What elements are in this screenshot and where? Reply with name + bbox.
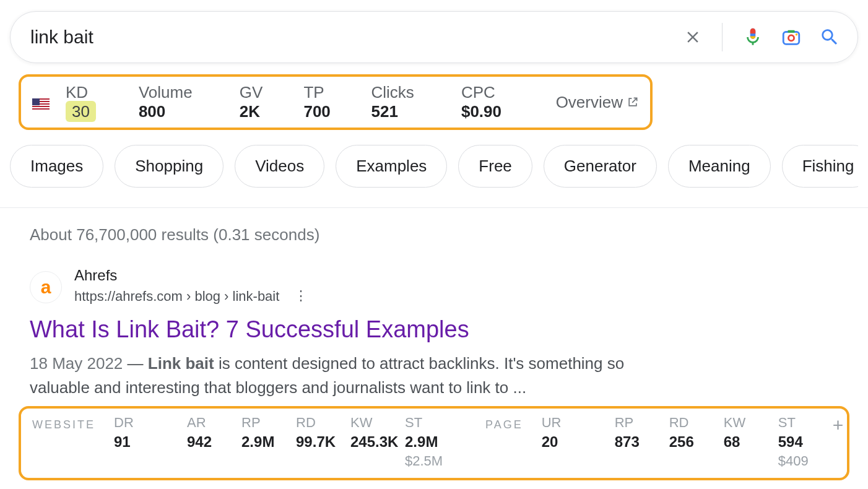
search-icon[interactable] [819,27,840,48]
kw-website-metric: KW 245.3K [350,415,386,451]
st-page-sub: $409 [778,453,814,469]
rp-page-value: 873 [615,433,651,451]
rp-page-metric: RP 873 [615,415,651,451]
seo-metrics-toolbar: KD 30 Volume 800 GV 2K TP 700 Clicks 521… [19,74,653,130]
kw-website-value: 245.3K [350,433,386,451]
rp-page-label: RP [615,415,651,431]
kw-page-value: 68 [724,433,760,451]
gv-value: 2K [240,102,260,121]
chip-meaning[interactable]: Meaning [668,145,771,188]
overview-label: Overview [556,93,623,112]
st-website-sub: $2.5M [405,453,441,469]
svg-rect-9 [32,110,50,111]
gv-label: GV [240,83,263,102]
country-flag-icon[interactable] [32,96,50,108]
volume-value: 800 [139,102,165,121]
clicks-value: 521 [371,102,397,121]
overview-link[interactable]: Overview [556,93,639,112]
kd-label: KD [66,83,88,102]
st-website-label: ST [405,415,441,431]
svg-rect-10 [32,98,40,105]
results-count: About 76,700,000 results (0.31 seconds) [30,225,868,244]
clicks-label: Clicks [371,83,414,102]
kd-metric: KD 30 [66,83,123,121]
tp-value: 700 [303,102,330,121]
ur-value: 20 [542,433,578,451]
rp-website-value: 2.9M [241,433,277,451]
result-site-name: Ahrefs [74,267,311,284]
result-header: a Ahrefs https://ahrefs.com › blog › lin… [30,267,868,308]
image-search-icon[interactable] [781,27,802,48]
result-snippet: 18 May 2022 — Link bait is content desig… [30,352,661,400]
svg-rect-3 [788,30,794,33]
rd-website-label: RD [296,415,332,431]
gv-metric: GV 2K [240,83,288,121]
tp-metric: TP 700 [303,83,355,121]
cpc-metric: CPC $0.90 [461,83,540,121]
chip-shopping[interactable]: Shopping [115,145,224,188]
page-section-label: PAGE [485,415,523,431]
cpc-value: $0.90 [461,102,501,121]
divider [0,207,868,208]
svg-rect-8 [32,107,50,108]
kw-website-label: KW [350,415,386,431]
rp-website-metric: RP 2.9M [241,415,277,451]
dr-metric: DR 91 [114,415,150,451]
volume-metric: Volume 800 [139,83,224,121]
site-favicon: a [30,271,62,303]
ur-metric: UR 20 [542,415,578,451]
chip-examples[interactable]: Examples [336,145,447,188]
result-url[interactable]: https://ahrefs.com › blog › link-bait [74,288,279,305]
kw-page-metric: KW 68 [724,415,760,451]
rd-page-label: RD [669,415,705,431]
result-more-icon[interactable]: ⋮ [290,284,311,308]
chip-videos[interactable]: Videos [235,145,324,188]
svg-point-2 [796,33,797,35]
kd-value: 30 [66,101,96,122]
clear-icon[interactable] [684,28,702,46]
chip-images[interactable]: Images [10,145,103,188]
voice-search-icon[interactable] [742,27,763,48]
external-link-icon [627,96,639,108]
volume-label: Volume [139,83,193,102]
clicks-metric: Clicks 521 [371,83,445,121]
search-result: a Ahrefs https://ahrefs.com › blog › lin… [30,267,868,400]
rd-page-metric: RD 256 [669,415,705,451]
add-metric-icon[interactable]: + [833,415,844,436]
st-page-metric: ST 594 $409 [778,415,814,469]
filter-chips: Images Shopping Videos Examples Free Gen… [10,145,858,188]
rd-website-metric: RD 99.7K [296,415,332,451]
rd-page-value: 256 [669,433,705,451]
result-title[interactable]: What Is Link Bait? 7 Successful Examples [30,316,868,343]
tp-label: TP [303,83,324,102]
st-website-metric: ST 2.9M $2.5M [405,415,441,469]
result-date: 18 May 2022 [30,354,123,373]
ar-label: AR [187,415,223,431]
divider [722,23,723,51]
ar-value: 942 [187,433,223,451]
rp-website-label: RP [241,415,277,431]
rd-website-value: 99.7K [296,433,332,451]
website-section-label: WEBSITE [32,415,95,431]
chip-fishing[interactable]: Fishing [782,145,858,188]
search-icons [684,23,840,51]
snippet-bold: Link bait [148,354,214,373]
st-page-label: ST [778,415,814,431]
snippet-sep: — [123,354,147,373]
chip-generator[interactable]: Generator [544,145,657,188]
st-website-value: 2.9M [405,433,441,451]
st-page-value: 594 [778,433,814,451]
svg-point-1 [788,35,794,41]
page-metrics-toolbar: WEBSITE DR 91 AR 942 RP 2.9M RD 99.7K KW… [19,406,849,480]
search-input[interactable] [30,27,684,48]
search-bar [10,11,858,63]
dr-label: DR [114,415,150,431]
kw-page-label: KW [724,415,760,431]
ar-metric: AR 942 [187,415,223,451]
ur-label: UR [542,415,578,431]
cpc-label: CPC [461,83,495,102]
chip-free[interactable]: Free [458,145,532,188]
dr-value: 91 [114,433,150,451]
